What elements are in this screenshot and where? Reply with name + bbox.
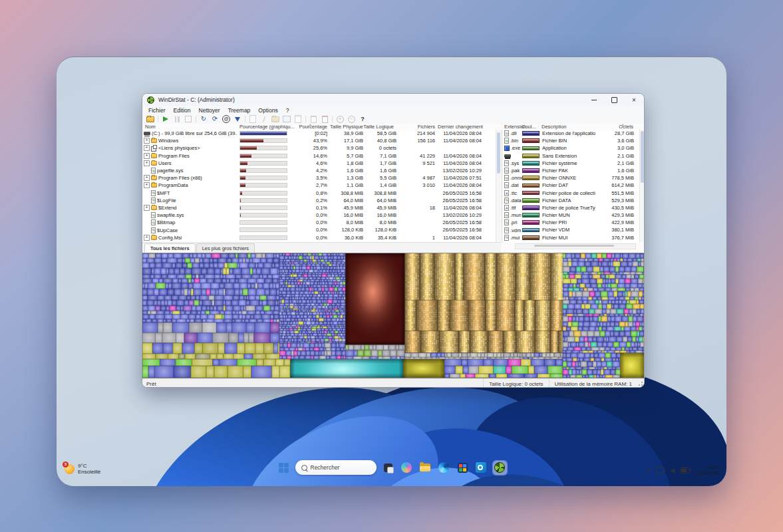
table-row[interactable]: +Config.Msi0,0%36,0 KiB35,4 KiB111/04/20… [142, 234, 501, 241]
tray-chevron-icon[interactable] [646, 468, 651, 473]
cell-files [399, 197, 435, 204]
taskbar-icon-explorer[interactable] [418, 461, 432, 475]
search-placeholder: Rechercher [311, 464, 340, 471]
table-row[interactable]: +Users4,6%1,8 GiB1,7 GiB9 52111/04/2026 … [142, 160, 501, 167]
filter-button[interactable] [234, 115, 241, 123]
help-button[interactable]: ? [359, 115, 367, 123]
table-row[interactable]: pagefile.sys4,2%1,6 GiB1,6 GiB13/02/2026… [142, 167, 501, 174]
menu-item-nettoyer[interactable]: Nettoyer [195, 107, 224, 114]
percentage-bar [239, 213, 287, 217]
maximize-button[interactable] [604, 94, 624, 106]
search-files-button[interactable]: @ [222, 115, 230, 123]
column-header-3[interactable]: Taille Physique [326, 124, 363, 130]
extension-row[interactable]: .exeApplication3,0 GiB [502, 144, 645, 152]
taskbar-icon-outlook[interactable] [474, 461, 488, 475]
menu-item-fichier[interactable]: Fichier [144, 107, 170, 114]
extension-row[interactable]: .sysFichier système2,1 GiB [502, 160, 645, 167]
expander-icon[interactable]: + [144, 153, 150, 159]
close-button[interactable]: × [624, 94, 644, 106]
extension-row[interactable]: .binFichier BIN3,6 GiB [502, 137, 645, 144]
open-folder-button[interactable] [146, 115, 154, 123]
column-header-6[interactable]: Dernier changement [438, 124, 491, 130]
taskbar-icon-copilot[interactable] [400, 461, 414, 475]
taskbar-icon-windirstat[interactable] [493, 461, 507, 475]
table-row[interactable]: +$Extend0,1%45,9 MiB45,9 MiB1811/04/2026… [142, 204, 501, 211]
table-row[interactable]: $Bitmap0,0%8,0 MiB8,0 MiB26/05/2025 16:5… [142, 219, 501, 226]
extension-row[interactable]: .ttfFichier de police TrueType430,5 MiB [502, 204, 645, 211]
ext-column-header-2[interactable]: Description [542, 124, 595, 130]
extension-row[interactable]: .dllExtension de l'application28,7 GiB [502, 130, 645, 137]
extension-row[interactable]: .munFichier MUN429,3 MiB [502, 211, 645, 219]
cell-phys: 64,0 MiB [329, 197, 363, 204]
expander-icon[interactable]: + [144, 235, 150, 241]
table-row[interactable]: +Program Files (x86)3,5%1,3 GiB5,5 GiB4 … [142, 174, 501, 182]
ext-column-header-3[interactable]: Octets˄ [595, 124, 633, 130]
extension-row[interactable]: .ttcFichier police de collection Tr...55… [502, 190, 645, 197]
extension-row[interactable]: .datFichier DAT614,2 MiB [502, 182, 645, 189]
table-row[interactable]: $UpCase0,0%128,0 KiB128,0 KiB26/05/2025 … [142, 226, 501, 233]
extension-row[interactable]: .priFichier PRI422,9 MiB [502, 219, 645, 226]
column-header-0[interactable]: Nom [145, 124, 225, 130]
tab-all-files[interactable]: Tous les fichiers [144, 243, 196, 253]
cast-icon[interactable] [656, 467, 665, 473]
resize-grip[interactable] [637, 382, 643, 387]
cell-pct: 0,0% [291, 219, 327, 226]
expander-icon[interactable]: + [144, 145, 150, 151]
column-header-4[interactable]: Taille Logique [362, 124, 394, 130]
cell-pct: 0,1% [291, 204, 327, 211]
expander-icon[interactable]: + [144, 182, 150, 188]
cell-files: 9 521 [399, 160, 435, 167]
table-row[interactable]: +Windows43,9%17,1 GiB40,8 GiB156 11611/0… [142, 137, 501, 144]
table-row[interactable]: (C:) - 99,9 GiB libre sur 254,6 GiB (39.… [142, 130, 501, 137]
file-list-scrollbar[interactable] [496, 130, 501, 242]
table-row[interactable]: +<Liens physiques>25,6%9,9 GiB0 octets [142, 144, 501, 152]
table-row[interactable]: +Program Files14,6%5,7 GiB7,1 GiB41 2291… [142, 152, 501, 160]
taskbar-icon-start[interactable] [277, 461, 291, 475]
refresh-all-button[interactable]: ↻ [200, 115, 208, 123]
column-header-5[interactable]: Fichiers [399, 124, 435, 130]
extension-row[interactable]: .vdmFichier VDM380,1 MiB [502, 226, 645, 233]
color-swatch [522, 168, 540, 173]
minimize-button[interactable] [584, 94, 604, 106]
taskbar-icon-m365[interactable] [456, 461, 470, 475]
extension-list-hscrollbar[interactable] [515, 243, 636, 249]
table-row[interactable]: +ProgramData2,7%1,1 GiB1,4 GiB3 01011/04… [142, 182, 501, 189]
table-row[interactable]: $LogFile0,2%64,0 MiB64,0 MiB26/05/2025 1… [142, 197, 501, 204]
menu-item-treemap[interactable]: Treemap [224, 107, 255, 114]
extension-row[interactable]: .muiFichier MUI376,7 MiB [502, 234, 645, 241]
extension-row[interactable] [502, 241, 645, 242]
extension-row[interactable]: .pakFichier PAK1,6 GiB [502, 167, 645, 174]
expander-icon[interactable]: + [144, 138, 150, 144]
extension-row[interactable]: .onnxeFichier ONNXE778,5 MiB [502, 174, 645, 182]
pause-button [173, 115, 181, 123]
expander-icon[interactable]: + [144, 205, 150, 211]
treemap-canvas[interactable] [142, 253, 644, 378]
table-row[interactable]: swapfile.sys0,0%16,0 MiB16,0 MiB13/02/20… [142, 211, 501, 219]
table-row[interactable]: $MFT0,8%308,8 MiB308,8 MiB26/05/2025 16:… [142, 190, 501, 197]
extension-list-scrollbar[interactable] [639, 130, 645, 242]
ext-column-header-1[interactable]: Coul... [522, 124, 540, 130]
extension-row[interactable]: .dataFichier DATA529,3 MiB [502, 197, 645, 204]
tab-biggest-files[interactable]: Les plus gros fichiers [196, 243, 255, 253]
taskbar-icon-edge[interactable] [437, 461, 451, 475]
taskbar-icon-task-view[interactable] [381, 461, 395, 475]
menu-item-options[interactable]: Options [254, 107, 281, 114]
weather-widget[interactable]: 3 9°C Ensoleillé [65, 463, 100, 475]
menu-item-[interactable]: ? [282, 107, 293, 114]
play-button[interactable] [162, 115, 170, 123]
item-name: $Bitmap [157, 219, 176, 225]
copy-path-button [249, 115, 257, 123]
extension-description: Fichier système [542, 160, 595, 167]
cell-log: 40,8 GiB [365, 137, 396, 144]
battery-icon[interactable] [680, 467, 690, 473]
title-bar[interactable]: WinDirStat - C: (Administrator) × [142, 94, 644, 106]
search-input[interactable]: Rechercher [295, 460, 377, 475]
expander-icon[interactable]: + [144, 160, 150, 166]
clock[interactable]: 08:05 11/04/2026 [695, 464, 720, 476]
expander-icon[interactable]: + [144, 175, 150, 181]
extension-row[interactable]: Sans Extension2,1 GiB [502, 152, 645, 160]
menu-item-edition[interactable]: Edition [170, 107, 195, 114]
refresh-selected-button[interactable]: ⟳ [211, 115, 219, 123]
column-header-2[interactable]: Pourcentage˄ [274, 124, 327, 130]
speaker-icon[interactable]: ◀) [670, 467, 675, 473]
